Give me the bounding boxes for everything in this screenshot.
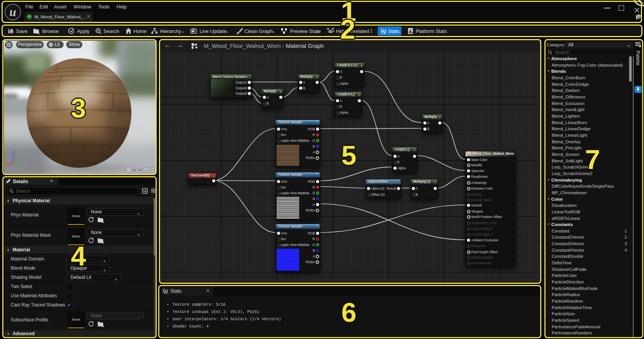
svg-text:y: y: [20, 163, 22, 167]
svg-text:i: i: [166, 291, 167, 294]
svg-text:z: z: [14, 150, 16, 154]
svg-text:u: u: [10, 5, 16, 19]
svg-text:i: i: [385, 31, 386, 34]
svg-text:x: x: [6, 162, 8, 165]
